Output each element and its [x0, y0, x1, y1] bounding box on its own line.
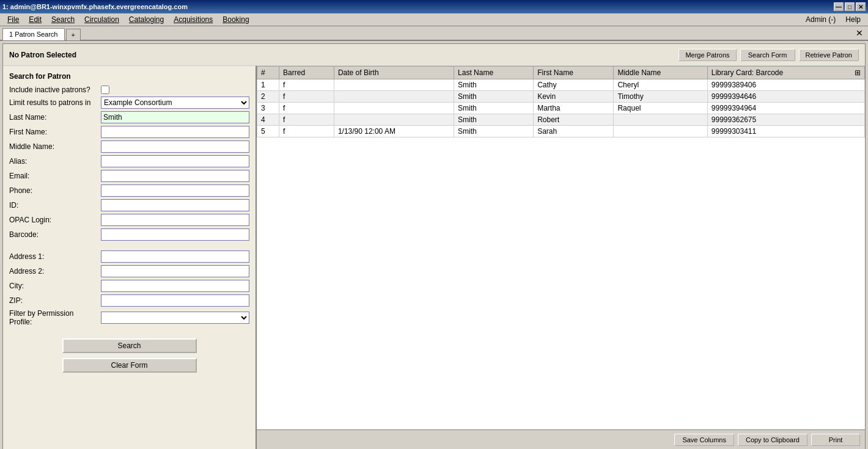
id-row: ID: [9, 199, 249, 211]
id-label: ID: [9, 201, 101, 210]
city-label: City: [9, 282, 101, 290]
address1-input[interactable] [101, 250, 249, 263]
table-cell-5: Raquel [614, 103, 707, 114]
phone-input[interactable] [101, 184, 249, 197]
menu-booking[interactable]: Booking [218, 14, 254, 25]
table-cell-4: Martha [534, 103, 614, 114]
table-row[interactable]: 2fSmithKevinTimothy99999394646 [257, 91, 865, 103]
menu-cataloging[interactable]: Cataloging [124, 14, 169, 25]
filter-permission-row: Filter by Permission Profile: [9, 309, 249, 326]
phone-label: Phone: [9, 186, 101, 195]
alias-input[interactable] [101, 155, 249, 167]
merge-patrons-button[interactable]: Merge Patrons [679, 49, 736, 61]
results-panel: # Barred Date of Birth Last Name First N… [257, 66, 865, 449]
search-button[interactable]: Search [62, 338, 197, 353]
close-window-button[interactable]: ✕ [856, 2, 866, 11]
menu-search[interactable]: Search [46, 14, 79, 25]
menu-edit[interactable]: Edit [24, 14, 46, 25]
table-cell-6: 99999389406 [707, 79, 864, 91]
table-row[interactable]: 5f1/13/90 12:00 AMSmithSarah99999303411 [257, 126, 865, 137]
content-area: Search for Patron Include inactive patro… [3, 66, 865, 449]
middle-name-label: Middle Name: [9, 142, 101, 151]
table-cell-1: f [279, 91, 334, 103]
address1-label: Address 1: [9, 252, 101, 261]
clear-form-button[interactable]: Clear Form [62, 358, 197, 373]
main-container: No Patron Selected Merge Patrons Search … [2, 43, 866, 449]
tab-add-button[interactable]: + [66, 29, 81, 40]
table-row[interactable]: 4fSmithRobert99999362675 [257, 114, 865, 126]
filter-permission-select[interactable] [101, 312, 249, 324]
table-cell-6: 99999362675 [707, 114, 864, 126]
minimize-button[interactable]: — [834, 2, 844, 11]
table-cell-2 [334, 91, 454, 103]
email-input[interactable] [101, 170, 249, 182]
include-inactive-label: Include inactive patrons? [9, 86, 101, 94]
help-menu-item[interactable]: Help [840, 14, 866, 25]
menu-file[interactable]: File [2, 14, 24, 25]
table-cell-1: f [279, 103, 334, 114]
menu-circulation[interactable]: Circulation [79, 14, 124, 25]
last-name-label: Last Name: [9, 113, 101, 122]
tab-bar: 1 Patron Search + ✕ [0, 26, 868, 41]
retrieve-patron-button[interactable]: Retrieve Patron [799, 49, 859, 61]
table-row[interactable]: 3fSmithMarthaRaquel99999394964 [257, 103, 865, 114]
save-columns-button[interactable]: Save Columns [674, 434, 734, 446]
middle-name-row: Middle Name: [9, 141, 249, 153]
header-bar: No Patron Selected Merge Patrons Search … [3, 44, 865, 66]
table-cell-1: f [279, 114, 334, 126]
alias-label: Alias: [9, 157, 101, 166]
limit-results-select[interactable]: Example Consortium [101, 97, 249, 109]
city-input[interactable] [101, 280, 249, 292]
admin-menu-item[interactable]: Admin (-) [801, 14, 840, 25]
table-cell-4: Kevin [534, 91, 614, 103]
last-name-input[interactable] [101, 111, 249, 123]
barcode-row: Barcode: [9, 228, 249, 241]
first-name-input[interactable] [101, 126, 249, 138]
col-num: # [257, 67, 279, 79]
search-panel-title: Search for Patron [9, 72, 249, 81]
zip-label: ZIP: [9, 296, 101, 305]
alias-row: Alias: [9, 155, 249, 167]
table-cell-0: 2 [257, 91, 279, 103]
table-cell-5: Cheryl [614, 79, 707, 91]
table-cell-0: 5 [257, 126, 279, 137]
tab-patron-search[interactable]: 1 Patron Search [2, 28, 65, 40]
address1-row: Address 1: [9, 250, 249, 263]
email-label: Email: [9, 172, 101, 180]
print-button[interactable]: Print [811, 434, 860, 446]
table-cell-3: Smith [454, 91, 534, 103]
include-inactive-row: Include inactive patrons? [9, 86, 249, 94]
col-dob: Date of Birth [334, 67, 454, 79]
title-bar-text: 1: admin@BR1-winxpvmfx.phasefx.evergreen… [2, 3, 188, 10]
bottom-bar: Save Columns Copy to Clipboard Print [257, 429, 865, 449]
city-row: City: [9, 280, 249, 292]
opac-login-input[interactable] [101, 214, 249, 226]
table-cell-2: 1/13/90 12:00 AM [334, 126, 454, 137]
maximize-button[interactable]: □ [845, 2, 855, 11]
address2-input[interactable] [101, 265, 249, 277]
tab-close-button[interactable]: ✕ [853, 28, 866, 38]
barcode-input[interactable] [101, 228, 249, 241]
middle-name-input[interactable] [101, 141, 249, 153]
table-cell-5 [614, 114, 707, 126]
search-panel: Search for Patron Include inactive patro… [3, 66, 257, 449]
first-name-row: First Name: [9, 126, 249, 138]
col-barred: Barred [279, 67, 334, 79]
opac-login-label: OPAC Login: [9, 216, 101, 224]
filter-permission-label: Filter by Permission Profile: [9, 309, 101, 326]
title-bar-controls: — □ ✕ [834, 2, 866, 11]
include-inactive-checkbox[interactable] [101, 86, 109, 94]
table-cell-2 [334, 79, 454, 91]
last-name-row: Last Name: [9, 111, 249, 123]
menu-acquisitions[interactable]: Acquisitions [169, 14, 218, 25]
copy-to-clipboard-button[interactable]: Copy to Clipboard [738, 434, 807, 446]
table-row[interactable]: 1fSmithCathyCheryl99999389406 [257, 79, 865, 91]
search-form-button[interactable]: Search Form [740, 49, 795, 61]
zip-input[interactable] [101, 294, 249, 307]
phone-row: Phone: [9, 184, 249, 197]
table-cell-3: Smith [454, 103, 534, 114]
table-cell-4: Sarah [534, 126, 614, 137]
table-header-row: # Barred Date of Birth Last Name First N… [257, 67, 865, 79]
id-input[interactable] [101, 199, 249, 211]
table-cell-2 [334, 114, 454, 126]
